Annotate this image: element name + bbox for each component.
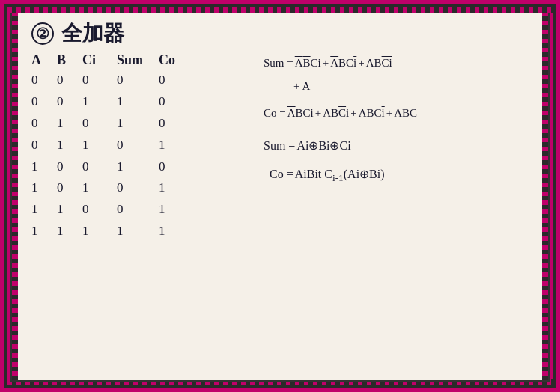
co-label: Co =: [264, 102, 286, 124]
table-row: 0 1 1 0 1: [31, 135, 256, 156]
table-row: 0 1 0 1 0: [31, 113, 256, 135]
stripe-left: [12, 12, 18, 380]
inner-card: ② 全加器 A B Ci Sum Co: [10, 10, 550, 382]
co2-label: Co =: [264, 163, 293, 186]
sum-formula-1b: + A: [264, 76, 529, 97]
page-title: ② 全加器: [31, 19, 529, 48]
header-b: B: [57, 52, 82, 68]
main-layout: A B Ci Sum Co 0 0 0 0 0: [31, 52, 529, 242]
co-term2: ABCi: [323, 102, 349, 124]
content-area: ② 全加器 A B Ci Sum Co: [31, 19, 529, 373]
sum-label: Sum =: [264, 52, 293, 74]
section-number: ②: [31, 22, 54, 45]
table-header: A B Ci Sum Co: [31, 52, 256, 68]
co-plus3: +: [386, 102, 392, 124]
sum-plus2: +: [358, 52, 364, 74]
sum-term2: ABCi: [330, 52, 356, 74]
stripe-right: [542, 12, 548, 380]
sum-cont: + A: [293, 76, 310, 97]
truth-table-body: 0 0 0 0 0 0 0 1 1 0: [31, 70, 256, 242]
sum-formula-1: Sum = ABCi + ABCi + ABCi: [264, 52, 529, 74]
co-plus2: +: [350, 102, 356, 124]
co-term3: ABCi: [359, 102, 385, 124]
sum-term3: ABCi: [366, 52, 392, 74]
co-formula-2: Co = AiBit Ci-1(Ai⊕Bi): [264, 163, 529, 188]
sum2-label: Sum =: [264, 135, 295, 157]
table-row: 1 0 1 0 1: [31, 177, 256, 199]
table-row: 0 0 0 0 0: [31, 70, 256, 91]
sum-term1: ABCi: [295, 52, 321, 74]
header-sum: Sum: [117, 52, 159, 68]
co-plus1: +: [315, 102, 321, 124]
co2-expr: AiBit Ci-1(Ai⊕Bi): [295, 163, 385, 188]
table-row: 1 1 1 1 1: [31, 221, 256, 242]
table-row: 1 1 0 0 1: [31, 199, 256, 221]
formula-panel: Sum = ABCi + ABCi + ABCi + A Co = ABCi: [264, 52, 529, 242]
title-text: 全加器: [61, 19, 124, 48]
outer-border: ② 全加器 A B Ci Sum Co: [4, 4, 556, 388]
sum2-expr: Ai⊕Bi⊕Ci: [296, 135, 350, 157]
co-term1: ABCi: [287, 102, 314, 124]
header-a: A: [31, 52, 57, 68]
sum-formula-2: Sum = Ai⊕Bi⊕Ci: [264, 135, 529, 157]
sum-plus1: +: [323, 52, 329, 74]
co-formula-1: Co = ABCi + ABCi + ABCi + ABC: [264, 102, 529, 124]
table-row: 1 0 0 1 0: [31, 156, 256, 178]
co-term4: ABC: [394, 102, 417, 124]
truth-table-panel: A B Ci Sum Co 0 0 0 0 0: [31, 52, 256, 242]
header-co: Co: [159, 52, 189, 68]
table-row: 0 0 1 1 0: [31, 91, 256, 113]
header-ci: Ci: [82, 52, 117, 68]
